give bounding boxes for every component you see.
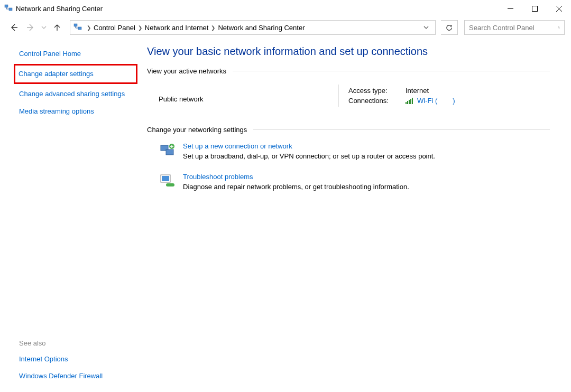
access-type-value: Internet: [406, 87, 429, 95]
sidebar-link-firewall[interactable]: Windows Defender Firewall: [19, 368, 137, 385]
connections-label: Connections:: [348, 97, 406, 105]
section-header-text: Change your networking settings: [147, 126, 247, 134]
wifi-signal-icon: [406, 98, 414, 104]
section-header-active: View your active networks: [147, 67, 550, 75]
close-button[interactable]: [547, 0, 571, 17]
sidebar-link-advanced-sharing[interactable]: Change advanced sharing settings: [19, 86, 137, 102]
search-box[interactable]: [464, 20, 565, 35]
titlebar: Network and Sharing Center: [0, 0, 571, 17]
troubleshoot-icon: [159, 173, 176, 190]
section-header-change: Change your networking settings: [147, 126, 550, 134]
maximize-button[interactable]: [522, 0, 547, 17]
svg-rect-10: [412, 98, 413, 104]
svg-rect-16: [166, 183, 174, 186]
network-sharing-icon: [4, 4, 13, 13]
svg-rect-6: [406, 102, 407, 104]
address-dropdown[interactable]: [420, 24, 432, 32]
window-controls: [498, 0, 571, 17]
main-pane: View your basic network information and …: [137, 38, 571, 392]
chevron-right-icon[interactable]: ❯: [138, 25, 142, 31]
active-network-block: Public network Access type: Internet Con…: [147, 79, 550, 117]
svg-rect-8: [409, 100, 410, 104]
access-type-label: Access type:: [348, 87, 406, 95]
setting-troubleshoot: Troubleshoot problems Diagnose and repai…: [147, 169, 550, 199]
minimize-button[interactable]: [498, 0, 522, 17]
breadcrumb-part[interactable]: Control Panel: [94, 24, 135, 32]
svg-point-5: [558, 27, 559, 28]
refresh-button[interactable]: [441, 20, 458, 35]
setting-desc: Set up a broadband, dial-up, or VPN conn…: [183, 152, 435, 160]
svg-rect-2: [532, 6, 537, 11]
breadcrumb-part[interactable]: Network and Sharing Center: [218, 24, 305, 32]
network-type: Public network: [159, 85, 338, 107]
back-button[interactable]: [6, 20, 21, 35]
sidebar: Control Panel Home Change adapter settin…: [0, 38, 137, 392]
search-icon: [558, 24, 560, 31]
section-header-text: View your active networks: [147, 67, 226, 75]
sidebar-link-media-streaming[interactable]: Media streaming options: [19, 103, 137, 120]
search-input[interactable]: [469, 24, 558, 32]
svg-rect-9: [410, 99, 411, 104]
navbar: ❯ Control Panel ❯ Network and Internet ❯…: [0, 17, 571, 38]
connection-link[interactable]: Wi-Fi ( ): [417, 97, 455, 105]
chevron-right-icon[interactable]: ❯: [87, 25, 91, 31]
setting-title[interactable]: Troubleshoot problems: [183, 173, 409, 181]
svg-rect-7: [407, 101, 408, 104]
breadcrumb-part[interactable]: Network and Internet: [145, 24, 209, 32]
svg-rect-15: [162, 176, 169, 181]
sidebar-link-internet-options[interactable]: Internet Options: [19, 351, 137, 368]
recent-locations-dropdown[interactable]: [40, 20, 48, 35]
svg-rect-4: [78, 27, 81, 30]
network-sharing-icon: [73, 23, 82, 32]
svg-rect-12: [166, 150, 173, 155]
svg-rect-1: [9, 8, 12, 11]
svg-rect-3: [74, 24, 77, 26]
setting-title[interactable]: Set up a new connection or network: [183, 142, 435, 150]
page-title: View your basic network information and …: [147, 45, 550, 58]
setting-desc: Diagnose and repair network problems, or…: [183, 183, 409, 191]
see-also-heading: See also: [19, 335, 137, 351]
new-connection-icon: [159, 142, 176, 159]
sidebar-link-home[interactable]: Control Panel Home: [19, 45, 137, 62]
setting-new-connection: Set up a new connection or network Set u…: [147, 138, 550, 169]
window-title: Network and Sharing Center: [16, 5, 498, 13]
forward-button[interactable]: [23, 20, 38, 35]
up-button[interactable]: [50, 20, 65, 35]
sidebar-link-adapter-settings[interactable]: Change adapter settings: [14, 64, 137, 84]
svg-rect-0: [5, 5, 8, 7]
content: Control Panel Home Change adapter settin…: [0, 38, 571, 392]
chevron-right-icon[interactable]: ❯: [211, 25, 215, 31]
address-bar[interactable]: ❯ Control Panel ❯ Network and Internet ❯…: [70, 20, 436, 35]
